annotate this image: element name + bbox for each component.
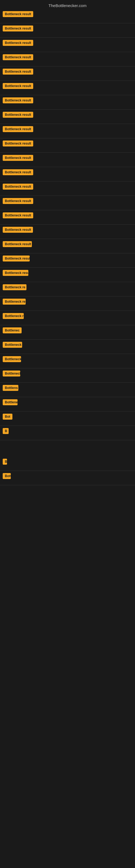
list-item: Bottleneck	[0, 399, 135, 406]
divider	[0, 37, 135, 38]
divider	[0, 311, 135, 311]
list-item: Bottleneck re	[0, 371, 135, 378]
list-item: Bottleneck result	[0, 126, 135, 133]
bottleneck-badge: Bottleneck result	[3, 241, 32, 247]
list-item: Bottleneck result	[0, 270, 135, 277]
divider	[0, 368, 135, 368]
bottleneck-badge: Bottlens	[3, 385, 18, 391]
divider	[0, 138, 135, 138]
bottleneck-badge: Bot	[3, 414, 12, 420]
bottleneck-badge: Bottleneck r	[3, 342, 22, 348]
bottleneck-badge: Bottleneck result	[3, 169, 33, 175]
list-item: B	[0, 459, 135, 466]
bottleneck-badge: B	[3, 428, 9, 434]
page-container: TheBottlenecker.com Bottleneck resultBot…	[0, 0, 135, 489]
divider	[0, 239, 135, 239]
bottleneck-badge: Bottleneck result	[3, 54, 33, 60]
bottleneck-list: Bottleneck resultBottleneck resultBottle…	[0, 11, 135, 485]
divider	[0, 95, 135, 95]
list-item: Bottleneck result	[0, 227, 135, 234]
list-item: Bottleneck result	[0, 69, 135, 76]
divider	[0, 411, 135, 411]
bottleneck-badge: Bottleneck result	[3, 198, 33, 204]
bottleneck-badge: Bottleneck result	[3, 270, 28, 276]
spacer	[0, 442, 135, 459]
bottleneck-badge: Bottleneck result	[3, 83, 33, 89]
bottleneck-badge: Bottleneck	[3, 399, 17, 405]
list-item: Bott	[0, 473, 135, 480]
divider	[0, 268, 135, 268]
list-item: Bottleneck	[0, 356, 135, 363]
list-item: Bottleneck result	[0, 241, 135, 248]
bottleneck-badge: Bottleneck r	[3, 313, 24, 319]
bottleneck-badge: Bottleneck result	[3, 212, 33, 218]
list-item: Bottleneck result	[0, 255, 135, 262]
list-item: Bot	[0, 414, 135, 421]
bottleneck-badge: Bottleneck result	[3, 227, 33, 233]
bottleneck-badge: Bottleneck result	[3, 155, 33, 161]
list-item: Bottleneck result	[0, 212, 135, 219]
divider	[0, 167, 135, 167]
divider	[0, 52, 135, 52]
list-item: B	[0, 428, 135, 435]
bottleneck-badge: Bottleneck result	[3, 299, 26, 305]
bottleneck-badge: Bottleneck result	[3, 69, 33, 74]
list-item: Bottleneck result	[0, 112, 135, 119]
list-item: Bottleneck result	[0, 169, 135, 176]
divider	[0, 181, 135, 182]
list-item: Bottlens	[0, 385, 135, 392]
divider	[0, 485, 135, 485]
divider	[0, 23, 135, 23]
bottleneck-badge: Bottleneck re	[3, 371, 20, 376]
divider	[0, 440, 135, 440]
divider	[0, 253, 135, 253]
divider	[0, 296, 135, 297]
bottleneck-badge: Bottleneck result	[3, 40, 33, 46]
divider	[0, 325, 135, 325]
divider	[0, 152, 135, 153]
bottleneck-badge: Bottleneck result	[3, 141, 33, 147]
divider	[0, 397, 135, 397]
list-item: Bottleneck result	[0, 198, 135, 205]
list-item: Bottleneck result	[0, 26, 135, 33]
site-header: TheBottlenecker.com	[0, 1, 135, 11]
bottleneck-badge: Bottleneck	[3, 356, 21, 362]
list-item: Bottleneck r	[0, 313, 135, 320]
bottleneck-badge: Bottleneck result	[3, 112, 33, 118]
divider	[0, 124, 135, 124]
bottleneck-badge: Bottleneck result	[3, 255, 30, 261]
list-item: Bottleneck result	[0, 97, 135, 104]
divider	[0, 224, 135, 225]
bottleneck-badge: Bott	[3, 473, 11, 479]
divider	[0, 339, 135, 340]
divider	[0, 66, 135, 66]
divider	[0, 210, 135, 210]
divider	[0, 382, 135, 383]
divider	[0, 195, 135, 196]
list-item: Bottleneck result	[0, 11, 135, 18]
bottleneck-badge: Bottleneck re	[3, 284, 27, 290]
list-item: Bottleneck result	[0, 54, 135, 61]
list-item: Bottleneck result	[0, 141, 135, 148]
list-item: Bottleneck r	[0, 342, 135, 349]
bottleneck-badge: Bottleneck result	[3, 26, 33, 31]
bottleneck-badge: Bottleneck result	[3, 97, 33, 103]
list-item: Bottlenec	[0, 328, 135, 335]
list-item: Bottleneck result	[0, 83, 135, 90]
list-item: Bottleneck result	[0, 40, 135, 47]
bottleneck-badge: B	[3, 459, 7, 465]
list-item: Bottleneck re	[0, 284, 135, 291]
divider	[0, 282, 135, 282]
divider	[0, 81, 135, 81]
list-item: Bottleneck result	[0, 155, 135, 162]
divider	[0, 109, 135, 110]
bottleneck-badge: Bottleneck result	[3, 184, 33, 190]
divider	[0, 354, 135, 354]
bottleneck-badge: Bottleneck result	[3, 11, 33, 17]
list-item: Bottleneck result	[0, 299, 135, 306]
divider	[0, 426, 135, 426]
site-title: TheBottlenecker.com	[49, 3, 87, 8]
list-item: Bottleneck result	[0, 184, 135, 191]
bottleneck-badge: Bottlenec	[3, 328, 21, 333]
bottleneck-badge: Bottleneck result	[3, 126, 33, 132]
